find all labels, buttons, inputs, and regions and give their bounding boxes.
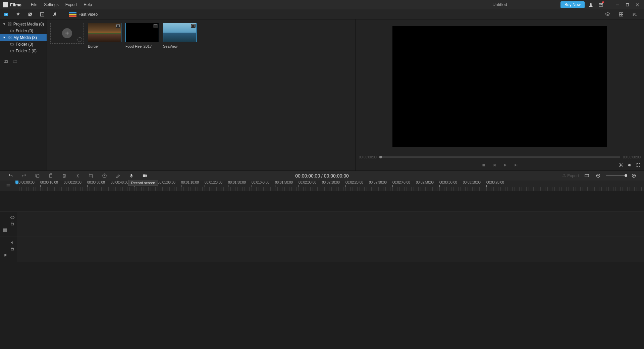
lock-icon[interactable]: [10, 221, 15, 226]
menu-export[interactable]: Export: [62, 2, 80, 7]
preview-scrub-bar[interactable]: 00:00:00:00 00:00:00:00: [356, 154, 644, 160]
ruler-minor-ticks: [17, 187, 644, 191]
stop-icon[interactable]: [481, 163, 486, 168]
folder-icon: [10, 29, 14, 33]
more-icon[interactable]: ⋯: [77, 37, 82, 42]
svg-rect-24: [10, 24, 11, 26]
audio-track-lane[interactable]: [17, 237, 644, 262]
clip-label: Burger: [88, 44, 121, 48]
folder-icon: [10, 42, 14, 46]
clip-thumbnail: [125, 23, 159, 42]
effects-tab-icon[interactable]: [14, 10, 22, 18]
media-tab-icon[interactable]: [2, 10, 10, 18]
crop-icon[interactable]: [87, 172, 95, 180]
menu-file[interactable]: File: [28, 2, 41, 7]
voiceover-icon[interactable]: [127, 172, 135, 180]
ruler-tick: 00:00:30:00: [87, 181, 105, 184]
ruler-tick: 00:02:10:00: [322, 181, 340, 184]
aspect-icon[interactable]: [583, 172, 590, 180]
clip-burger[interactable]: Burger: [88, 23, 121, 48]
preview-panel: 00:00:00:00 00:00:00:00: [356, 19, 644, 170]
ruler-tick: 00:00:20:00: [64, 181, 82, 184]
svg-rect-57: [3, 229, 6, 232]
split-icon[interactable]: [74, 172, 81, 180]
ruler-menu-icon[interactable]: [0, 181, 17, 191]
delete-folder-icon[interactable]: [13, 59, 17, 65]
text-tab-icon[interactable]: T: [38, 10, 46, 18]
svg-rect-21: [8, 23, 9, 24]
lock-icon[interactable]: [10, 246, 15, 251]
clip-thumbnail: [163, 23, 197, 42]
ruler-ticks[interactable]: 00:00:00:0000:00:10:0000:00:20:0000:00:3…: [17, 181, 644, 191]
audio-tab-icon[interactable]: [50, 10, 58, 18]
sidebar-folder-0[interactable]: Folder (0): [0, 28, 47, 34]
settings-icon[interactable]: [619, 163, 623, 168]
svg-rect-26: [10, 36, 11, 38]
svg-rect-28: [10, 38, 11, 39]
speed-icon[interactable]: [101, 172, 108, 180]
fast-video-button[interactable]: Fast Video: [69, 12, 98, 17]
video-track-lane[interactable]: [17, 211, 644, 237]
speaker-icon[interactable]: [10, 240, 15, 245]
grid-view-icon[interactable]: [617, 10, 625, 18]
preview-controls: [356, 160, 644, 170]
transitions-tab-icon[interactable]: [26, 10, 34, 18]
app-name: Filme: [10, 2, 21, 7]
clip-seaview[interactable]: SeaView: [163, 23, 197, 48]
sidebar-folder-2-0[interactable]: Folder 2 (0): [0, 48, 47, 54]
ruler-tick: 00:02:40:00: [392, 181, 410, 184]
sort-icon[interactable]: [631, 10, 639, 18]
svg-rect-33: [493, 163, 493, 166]
copy-icon[interactable]: [34, 172, 41, 180]
sidebar-folder-3-label: Folder (3): [16, 42, 33, 47]
svg-rect-56: [11, 223, 14, 225]
export-button[interactable]: Export: [562, 173, 579, 178]
svg-rect-39: [37, 175, 39, 178]
sidebar-project-media[interactable]: ▼ Project Media (0): [0, 21, 47, 28]
svg-marker-35: [515, 163, 517, 166]
audio-track-head[interactable]: [0, 237, 17, 262]
video-track-head[interactable]: [0, 211, 17, 237]
record-screen-icon[interactable]: [141, 172, 148, 180]
color-icon[interactable]: [114, 172, 121, 180]
add-folder-icon[interactable]: [3, 59, 8, 65]
plus-icon: +: [62, 28, 72, 38]
video-badge-icon: [153, 24, 158, 28]
track-heads: [0, 191, 17, 349]
track-body[interactable]: [17, 191, 644, 349]
eye-icon[interactable]: [10, 215, 15, 220]
timeline-ruler[interactable]: 00:00:00:0000:00:10:0000:00:20:0000:00:3…: [0, 181, 644, 191]
paste-icon[interactable]: [47, 172, 54, 180]
zoom-slider[interactable]: [606, 175, 626, 176]
svg-rect-31: [483, 164, 485, 166]
ruler-tick: 00:01:20:00: [205, 181, 222, 184]
add-media-button[interactable]: + ⋯: [50, 23, 84, 44]
svg-rect-25: [8, 36, 10, 38]
svg-marker-45: [146, 174, 147, 177]
undo-icon[interactable]: [7, 172, 14, 180]
volume-icon[interactable]: [627, 163, 632, 168]
music-icon: [3, 253, 7, 258]
svg-rect-27: [8, 38, 10, 39]
grid-icon: [8, 36, 12, 40]
menu-settings[interactable]: Settings: [41, 2, 62, 7]
scrub-track[interactable]: [379, 156, 620, 158]
sidebar-my-media[interactable]: ▼ My Media (3): [0, 34, 47, 41]
redo-icon[interactable]: [20, 172, 28, 180]
clip-food-reel[interactable]: Food Reel 2017: [125, 23, 159, 48]
zoom-in-icon[interactable]: [630, 172, 637, 180]
fullscreen-icon[interactable]: [636, 163, 641, 168]
scrub-time-left: 00:00:00:00: [359, 155, 377, 159]
delete-icon[interactable]: [60, 172, 68, 180]
zoom-out-icon[interactable]: [594, 172, 602, 180]
sidebar-folder-3[interactable]: Folder (3): [0, 41, 47, 48]
playhead[interactable]: [17, 191, 17, 349]
menu-help[interactable]: Help: [80, 2, 95, 7]
svg-marker-34: [504, 163, 506, 166]
svg-rect-36: [517, 163, 517, 166]
prev-frame-icon[interactable]: [492, 163, 497, 168]
layers-icon[interactable]: [604, 10, 612, 18]
sidebar-folder-2-0-label: Folder 2 (0): [16, 49, 37, 53]
play-icon[interactable]: [503, 163, 507, 168]
next-frame-icon[interactable]: [514, 163, 518, 168]
